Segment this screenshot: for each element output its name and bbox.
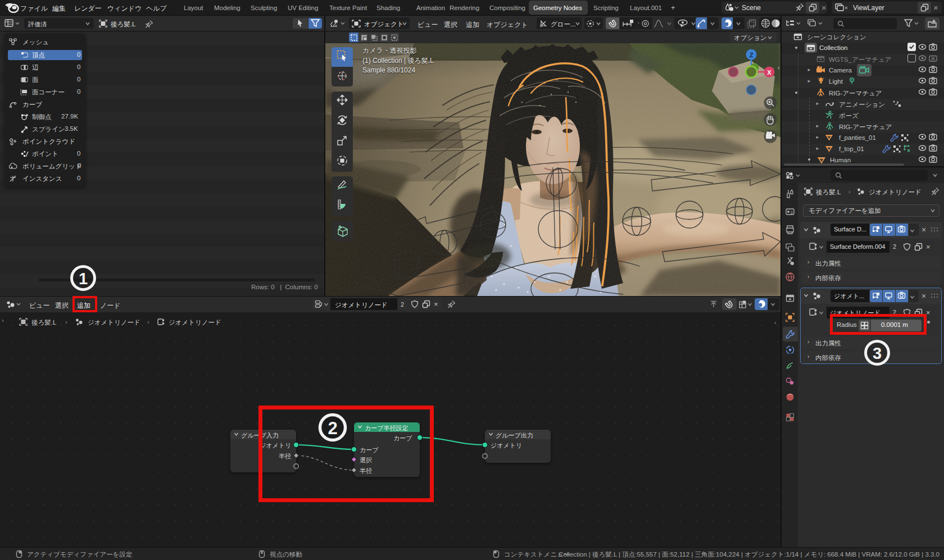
- svg-text:‹: ‹: [778, 64, 780, 71]
- svg-text:Z: Z: [750, 52, 754, 58]
- svg-text:X: X: [767, 69, 771, 76]
